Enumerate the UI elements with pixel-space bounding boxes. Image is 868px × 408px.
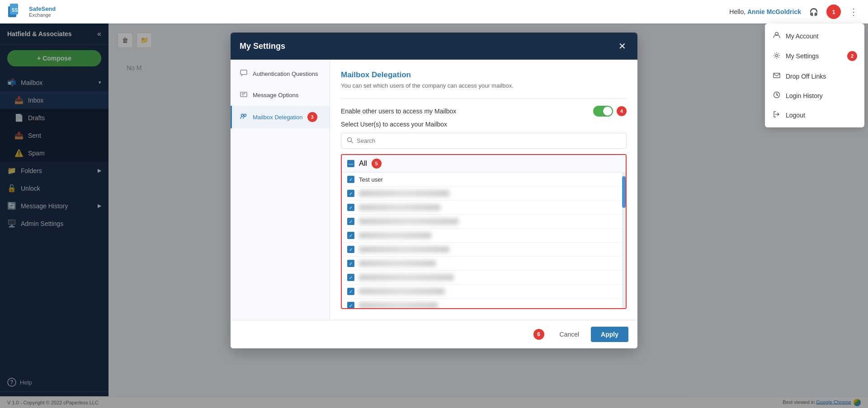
users-list-header: — All 5	[342, 155, 626, 173]
users-list-container: — All 5 ✓ Test user ✓	[341, 154, 627, 309]
enable-access-row: Enable other users to access my Mailbox …	[341, 106, 627, 117]
user-checkbox[interactable]: ✓	[347, 274, 354, 281]
list-item: ✓	[342, 299, 626, 308]
logo-text: SafeSend Exchange	[29, 5, 56, 19]
modal-nav-auth-questions[interactable]: Authentication Questions	[231, 63, 330, 84]
logo: SS SafeSend Exchange	[7, 3, 56, 21]
user-checkbox[interactable]: ✓	[347, 232, 354, 239]
svg-rect-8	[241, 92, 247, 97]
toggle-container: 4	[593, 106, 627, 117]
svg-line-14	[351, 141, 353, 143]
hello-text: Hello, Annie McGoldrick	[729, 8, 801, 15]
user-name: Test user	[359, 176, 383, 183]
modal-footer: 6 Cancel Apply	[231, 320, 637, 348]
user-name	[359, 246, 449, 253]
modal-sidebar-nav: Authentication Questions Message Options…	[231, 60, 330, 320]
user-name	[359, 204, 440, 211]
user-checkbox[interactable]: ✓	[347, 288, 354, 295]
dropdown-item-label: My Settings	[786, 52, 819, 60]
dropdown-item-label: Drop Off Links	[786, 73, 826, 80]
users-list: ✓ Test user ✓ ✓ ✓	[342, 173, 626, 308]
svg-rect-7	[241, 70, 247, 75]
modal-title: My Settings	[240, 42, 285, 51]
user-name	[359, 232, 431, 239]
logo-safesend: SafeSend	[29, 5, 56, 13]
scrollbar-track[interactable]	[622, 173, 626, 308]
modal-nav-mailbox-delegation[interactable]: Mailbox Delegation 3	[231, 106, 330, 128]
list-item: ✓	[342, 229, 626, 243]
modal-nav-message-options[interactable]: Message Options	[231, 84, 330, 106]
list-item: ✓	[342, 201, 626, 215]
search-input[interactable]	[357, 137, 621, 144]
logout-icon	[772, 111, 781, 119]
header: SS SafeSend Exchange Hello, Annie McGold…	[0, 0, 868, 23]
modal-main-content: Mailbox Delegation You can set which use…	[330, 60, 637, 320]
chat-icon	[239, 70, 248, 78]
dropdown-item-label: Login History	[786, 92, 823, 99]
user-checkbox[interactable]: ✓	[347, 302, 354, 308]
delegation-icon	[239, 113, 248, 122]
search-box	[341, 133, 627, 149]
modal-nav-item-label: Authentication Questions	[253, 70, 318, 77]
scrollbar-thumb[interactable]	[622, 176, 626, 208]
cancel-button[interactable]: Cancel	[552, 327, 587, 342]
user-name	[359, 218, 458, 225]
person-icon	[772, 32, 781, 40]
user-checkbox[interactable]: ✓	[347, 190, 354, 197]
modal-close-button[interactable]: ✕	[616, 40, 628, 52]
dropdown-item-my-settings[interactable]: My Settings 2	[765, 46, 864, 66]
clock-icon	[772, 91, 781, 100]
toggle-knob	[603, 107, 612, 116]
footer-left: 6	[533, 329, 548, 340]
dropdown-item-my-account[interactable]: My Account	[765, 26, 864, 46]
apply-button[interactable]: Apply	[591, 327, 628, 342]
section-divider	[341, 98, 627, 98]
svg-point-4	[776, 54, 778, 56]
step-6-badge: 6	[533, 329, 544, 340]
enable-access-label: Enable other users to access my Mailbox	[341, 108, 456, 115]
header-right: Hello, Annie McGoldrick 🎧 1 ⋮	[729, 5, 861, 19]
select-users-label: Select User(s) to access your Mailbox	[341, 120, 627, 128]
mail-icon	[772, 72, 781, 80]
section-description: You can set which users of the company c…	[341, 82, 627, 89]
user-menu-button[interactable]: 1	[826, 5, 841, 19]
enable-toggle[interactable]	[593, 106, 613, 117]
user-checkbox[interactable]: ✓	[347, 246, 354, 253]
all-label: All	[359, 159, 367, 168]
modal-header: My Settings ✕	[231, 33, 637, 60]
user-checkbox[interactable]: ✓	[347, 260, 354, 267]
list-item: ✓	[342, 285, 626, 299]
dropdown-item-logout[interactable]: Logout	[765, 105, 864, 125]
user-name	[359, 274, 454, 281]
svg-point-11	[241, 114, 244, 116]
modal-nav-item-label: Message Options	[253, 92, 298, 98]
list-item: ✓	[342, 187, 626, 201]
select-all-checkbox[interactable]: —	[347, 160, 354, 167]
svg-point-12	[244, 114, 246, 116]
modal-overlay: My Settings ✕ Authentication Questions M…	[0, 23, 868, 408]
user-name	[359, 302, 438, 308]
more-options-button[interactable]: ⋮	[846, 5, 861, 19]
search-icon	[347, 137, 353, 145]
dropdown-item-login-history[interactable]: Login History	[765, 86, 864, 105]
list-item: ✓	[342, 243, 626, 257]
modal-body: Authentication Questions Message Options…	[231, 60, 637, 320]
headset-button[interactable]: 🎧	[807, 5, 821, 19]
section-title: Mailbox Delegation	[341, 70, 627, 80]
modal-nav-item-label: Mailbox Delegation	[253, 114, 303, 121]
logo-exchange: Exchange	[29, 12, 56, 18]
svg-rect-5	[774, 73, 780, 78]
user-checkbox[interactable]: ✓	[347, 204, 354, 211]
list-item: ✓	[342, 271, 626, 285]
user-checkbox[interactable]: ✓	[347, 218, 354, 225]
user-name	[359, 260, 436, 267]
step-4-badge: 4	[617, 106, 627, 116]
dropdown-item-drop-off-links[interactable]: Drop Off Links	[765, 66, 864, 86]
user-checkbox[interactable]: ✓	[347, 176, 354, 183]
step-5-badge: 5	[372, 159, 382, 169]
logo-icon: SS	[7, 3, 25, 21]
my-settings-badge: 2	[847, 51, 857, 61]
dropdown-item-label: Logout	[786, 112, 805, 119]
list-item: ✓ Test user	[342, 173, 626, 187]
dropdown-item-label: My Account	[786, 33, 818, 40]
